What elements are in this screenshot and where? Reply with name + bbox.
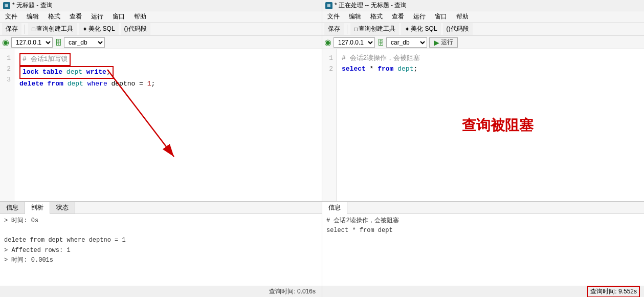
right-menu-format[interactable]: 格式 [368,12,385,22]
left-beautify-icon: ✦ [82,26,87,33]
left-bottom-tabs: 信息 剖析 状态 > 时间: 0s delete from dept where… [0,201,322,286]
right-title-text: * 正在处理 -- 无标题 - 查询 [335,1,407,10]
left-menu-bar: 文件 编辑 格式 查看 运行 窗口 帮助 [0,11,322,23]
right-tab-bar: 信息 [322,202,644,214]
left-status-bar: 查询时间: 0.016s [0,286,322,297]
left-info-panel: > 时间: 0s delete from dept where deptno =… [0,214,322,286]
left-db-select[interactable]: car_db [64,37,105,48]
left-toolbar: 保存 □ 查询创建工具 ✦ 美化 SQL ()代码段 [0,23,322,36]
right-query-builder-icon: □ [354,26,358,33]
code-line-2: lock table dept write; [19,66,317,79]
left-beautify-button[interactable]: ✦ 美化 SQL [79,23,118,35]
right-conn-icon: ◉ [324,37,331,47]
right-db-icon: 🗄 [377,38,384,47]
right-code-line-1: # 会话2读操作，会被阻塞 [342,53,639,64]
right-comment-1: # 会话2读操作，会被阻塞 [342,54,420,62]
left-conn-bar: ◉ 127.0.0.1 🗄 car_db [0,36,322,49]
left-title-bar: ▦ * 无标题 - 查询 [0,0,322,11]
left-menu-run[interactable]: 运行 [89,12,105,22]
right-query-time: 查询时间: 9.552s [587,286,640,297]
left-editor[interactable]: 1 2 3 # 会话1加写锁 lock table dept write; de… [0,49,322,201]
left-query-builder-button[interactable]: □ 查询创建工具 [28,23,77,35]
right-menu-bar: 文件 编辑 格式 查看 运行 窗口 帮助 [322,11,644,23]
right-db-select[interactable]: car_db [386,37,427,48]
left-info-line-2 [4,226,318,236]
left-info-line-5: > 时间: 0.001s [4,256,318,265]
left-menu-format[interactable]: 格式 [46,12,62,22]
right-title-bar: ▦ * 正在处理 -- 无标题 - 查询 [322,0,644,11]
left-snippet-button[interactable]: ()代码段 [121,23,150,35]
right-line-numbers: 1 2 [322,49,337,201]
right-snippet-button[interactable]: ()代码段 [443,23,473,35]
right-save-button[interactable]: 保存 [324,23,344,35]
right-status-bar: 查询时间: 9.552s [322,286,644,297]
blocked-message: 查询被阻塞 [462,116,534,135]
right-conn-bar: ◉ 127.0.0.1 🗄 car_db ▶ 运行 [322,36,644,49]
right-run-icon: ▶ [434,38,439,47]
right-panel: ▦ * 正在处理 -- 无标题 - 查询 文件 编辑 格式 查看 运行 窗口 帮… [322,0,644,297]
left-info-line-4: > Affected rows: 1 [4,246,318,256]
right-beautify-icon: ✦ [405,26,410,33]
left-tab-status[interactable]: 状态 [50,202,75,214]
left-tab-profile[interactable]: 剖析 [25,202,50,214]
right-info-line-1: # 会话2读操作，会被阻塞 [326,216,640,226]
left-menu-view[interactable]: 查看 [68,12,84,22]
left-info-line-3: delete from dept where deptno = 1 [4,236,318,245]
right-query-builder-button[interactable]: □ 查询创建工具 [350,23,399,35]
right-conn-select[interactable]: 127.0.0.1 [334,37,375,48]
left-db-icon: 🗄 [55,38,62,47]
left-tab-info[interactable]: 信息 [0,202,25,214]
right-tab-info[interactable]: 信息 [322,202,347,214]
right-menu-help[interactable]: 帮助 [454,12,471,22]
right-menu-edit[interactable]: 编辑 [347,12,363,22]
right-title-icon: ▦ [325,2,332,9]
left-code-area[interactable]: # 会话1加写锁 lock table dept write; delete f… [14,49,322,201]
right-beautify-button[interactable]: ✦ 美化 SQL [401,23,440,35]
right-code-line-2: select * from dept; [342,64,639,75]
right-toolbar: 保存 □ 查询创建工具 ✦ 美化 SQL ()代码段 [322,23,644,36]
left-title-text: * 无标题 - 查询 [12,1,53,10]
right-info-panel: # 会话2读操作，会被阻塞 select * from dept [322,214,644,286]
right-info-line-2: select * from dept [326,226,640,236]
right-menu-window[interactable]: 窗口 [433,12,449,22]
left-tab-bar: 信息 剖析 状态 [0,202,322,214]
right-separator-1 [347,25,347,34]
right-menu-file[interactable]: 文件 [325,12,342,22]
left-menu-window[interactable]: 窗口 [110,12,127,22]
left-title-icon: ▦ [3,2,10,9]
left-query-builder-icon: □ [32,26,35,33]
left-panel: ▦ * 无标题 - 查询 文件 编辑 格式 查看 运行 窗口 帮助 保存 □ 查… [0,0,322,297]
left-menu-help[interactable]: 帮助 [132,12,148,22]
right-menu-run[interactable]: 运行 [411,12,428,22]
left-save-button[interactable]: 保存 [2,23,21,35]
left-conn-icon: ◉ [2,37,9,47]
left-info-line-1: > 时间: 0s [4,216,318,226]
code-line-3: delete from dept where deptno = 1; [19,79,317,90]
left-separator-1 [25,25,25,34]
right-editor[interactable]: 1 2 # 会话2读操作，会被阻塞 select * from dept; 查询… [322,49,644,201]
left-comment-1: # 会话1加写锁 [23,55,68,63]
left-line-numbers: 1 2 3 [0,49,14,201]
right-run-button[interactable]: ▶ 运行 [429,37,458,48]
left-query-time: 查询时间: 0.016s [267,287,318,296]
right-menu-view[interactable]: 查看 [390,12,406,22]
left-conn-select[interactable]: 127.0.0.1 [11,37,53,48]
code-line-1: # 会话1加写锁 [19,53,317,66]
left-menu-edit[interactable]: 编辑 [25,12,41,22]
left-menu-file[interactable]: 文件 [3,12,19,22]
right-bottom-tabs: 信息 # 会话2读操作，会被阻塞 select * from dept [322,201,644,286]
